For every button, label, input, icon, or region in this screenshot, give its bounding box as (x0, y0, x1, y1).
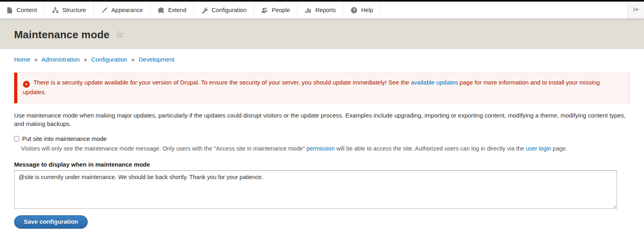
toolbar-item-configuration[interactable]: Configuration (194, 2, 254, 19)
toolbar-item-label: People (272, 7, 290, 13)
toolbar-collapse-icon (632, 6, 639, 14)
admin-toolbar: Content Structure Appearance Extend Conf… (0, 2, 644, 19)
wrench-icon (201, 7, 208, 14)
toolbar-spacer (381, 2, 627, 19)
svg-text:?: ? (353, 8, 355, 12)
toolbar-item-label: Extend (168, 7, 186, 13)
toolbar-item-label: Help (361, 7, 373, 13)
breadcrumb-link-home[interactable]: Home (14, 56, 30, 63)
maintenance-checkbox-description: Visitors will only see the maintenance m… (21, 144, 630, 153)
page-header: Maintenance mode ☆ (0, 19, 644, 49)
maintenance-mode-checkbox-label[interactable]: Put site into maintenance mode (22, 135, 107, 142)
toolbar-item-label: Appearance (111, 7, 143, 13)
form-actions: Save configuration (14, 215, 630, 229)
error-icon: ✕ (23, 81, 30, 88)
breadcrumb-link-administration[interactable]: Administration (41, 56, 80, 63)
toolbar-item-reports[interactable]: Reports (297, 2, 343, 19)
maintenance-message-label: Message to display when in maintenance m… (14, 161, 630, 168)
description-text-3: page. (551, 145, 567, 152)
description-text-1: Visitors will only see the maintenance m… (21, 145, 307, 152)
toolbar-item-structure[interactable]: Structure (45, 2, 94, 19)
breadcrumb-link-configuration[interactable]: Configuration (91, 56, 127, 63)
description-text-2: will be able to access the site. Authori… (335, 145, 526, 152)
toolbar-item-label: Reports (315, 7, 336, 13)
breadcrumb-separator: » (84, 56, 87, 63)
toolbar-item-label: Configuration (212, 7, 246, 13)
maintenance-mode-checkbox-row: Put site into maintenance mode (14, 135, 630, 142)
available-updates-link[interactable]: available updates (411, 79, 458, 86)
toolbar-item-appearance[interactable]: Appearance (94, 2, 151, 19)
breadcrumb-separator: » (131, 56, 134, 63)
people-icon (261, 7, 268, 14)
bar-chart-icon (305, 7, 312, 14)
save-configuration-button[interactable]: Save configuration (14, 215, 88, 229)
puzzle-icon (158, 7, 165, 14)
breadcrumb-separator: » (34, 56, 37, 63)
toolbar-item-people[interactable]: People (254, 2, 297, 19)
breadcrumb: Home » Administration » Configuration » … (0, 49, 644, 64)
maintenance-mode-checkbox[interactable] (14, 136, 19, 141)
user-login-link[interactable]: user login (526, 145, 551, 152)
maintenance-mode-intro-text: Use maintenance mode when making major u… (14, 111, 630, 129)
paintbrush-icon (101, 7, 108, 14)
help-icon: ? (351, 7, 357, 14)
toolbar-item-content[interactable]: Content (0, 2, 45, 19)
sitemap-icon (52, 7, 59, 14)
toolbar-item-extend[interactable]: Extend (151, 2, 194, 19)
page-title: Maintenance mode (14, 29, 109, 41)
toolbar-item-label: Content (17, 7, 37, 13)
security-update-error-message: ✕There is a security update available fo… (14, 72, 630, 103)
shortcut-star-icon[interactable]: ☆ (116, 29, 124, 39)
toolbar-collapse-button[interactable] (627, 2, 644, 19)
document-icon (6, 7, 13, 14)
breadcrumb-link-development[interactable]: Development (139, 56, 174, 63)
error-text-before: There is a security update available for… (33, 79, 411, 86)
toolbar-item-help[interactable]: ? Help (343, 2, 381, 19)
maintenance-message-textarea[interactable]: @site is currently under maintenance. We… (14, 170, 617, 209)
toolbar-item-label: Structure (62, 7, 86, 13)
permission-link[interactable]: permission (307, 145, 335, 152)
